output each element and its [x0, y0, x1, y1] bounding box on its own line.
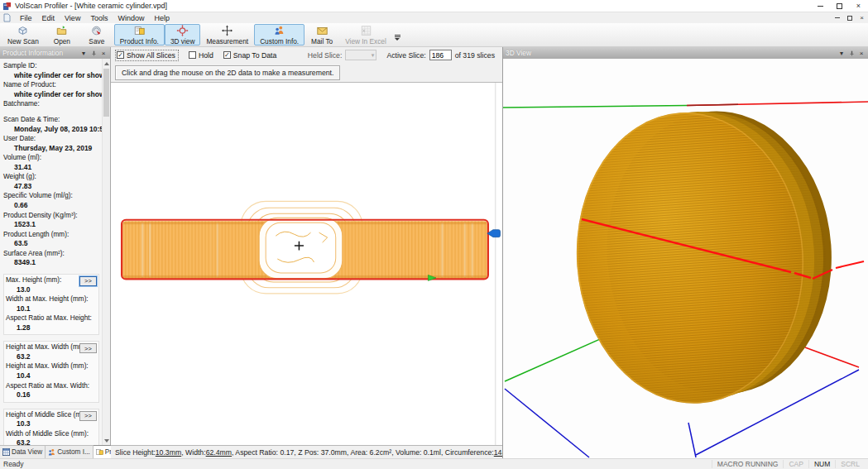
mdi-restore-icon[interactable] — [843, 13, 856, 23]
panel-pin-icon[interactable] — [89, 49, 98, 57]
expand-button[interactable]: >> — [79, 411, 97, 421]
panel-pin-icon[interactable] — [847, 49, 856, 57]
tab-label: Data View — [12, 448, 42, 456]
panel-scrollbar[interactable] — [102, 59, 110, 445]
document-icon — [3, 13, 11, 22]
view-2d-panel: ✓ Show All Slices Hold ✓ Snap To Data He… — [111, 47, 503, 458]
app-window: VolScan Profiler - [White ceramic cylind… — [0, 0, 868, 469]
3d-view-button[interactable]: 3D view — [165, 24, 201, 45]
measurement-button[interactable]: Measurement — [200, 24, 254, 45]
slice-width-value[interactable]: 62.4mm — [206, 448, 232, 457]
close-icon[interactable]: × — [849, 0, 868, 12]
active-slice-input[interactable] — [429, 50, 452, 60]
menu-help[interactable]: Help — [149, 14, 175, 22]
active-slice-contour — [259, 218, 343, 279]
restore-icon[interactable] — [830, 0, 849, 12]
window-title: VolScan Profiler - [White ceramic cylind… — [15, 2, 167, 10]
menu-window[interactable]: Window — [113, 14, 149, 22]
field-volume: Volume (ml): 31.41 — [3, 154, 99, 172]
status-bar: Ready MACRO RUNNING CAP NUM SCRL — [0, 458, 868, 469]
mdi-minimize-icon[interactable] — [831, 13, 843, 23]
active-slice-label: Active Slice: — [386, 51, 425, 60]
scan-3d-model[interactable] — [567, 103, 842, 411]
hold-checkbox[interactable]: Hold — [189, 51, 213, 60]
mail-icon — [316, 25, 328, 36]
minimize-icon[interactable] — [811, 0, 830, 12]
new-scan-icon — [17, 25, 29, 36]
menu-file[interactable]: File — [15, 14, 37, 22]
view-3d-canvas[interactable] — [503, 59, 868, 458]
custom-info-button[interactable]: Custom Info. — [254, 24, 305, 45]
open-folder-icon — [55, 25, 68, 36]
view-3d-title: 3D View — [506, 49, 531, 57]
snap-to-data-checkbox[interactable]: ✓ Snap To Data — [223, 51, 276, 60]
product-information-panel: Product Information ▾ × Sample ID: white… — [0, 47, 111, 458]
slice-slider-track[interactable] — [495, 83, 496, 445]
field-value: 8349.1 — [3, 258, 99, 267]
save-button[interactable]: Save — [79, 24, 114, 45]
menu-tools[interactable]: Tools — [85, 14, 113, 22]
menu-edit[interactable]: Edit — [37, 14, 60, 22]
close-glyph: × — [856, 2, 861, 10]
tab-data-view[interactable]: Data View — [0, 446, 46, 458]
toolbar-overflow-icon[interactable] — [392, 24, 403, 45]
save-icon — [90, 25, 103, 36]
panel-close-icon[interactable]: × — [857, 49, 866, 57]
excel-icon — [360, 25, 372, 36]
mdi-close-icon[interactable]: × — [856, 13, 868, 23]
status-ready: Ready — [3, 460, 24, 468]
field-value: Thursday, May 23, 2019 — [3, 144, 99, 153]
check-glyph: ✓ — [224, 52, 230, 59]
panel-close-icon[interactable]: × — [99, 49, 108, 57]
field-value: 1523.1 — [3, 220, 99, 229]
field-label: Name of Product: — [3, 81, 99, 90]
field-value: 31.41 — [3, 163, 99, 172]
field-label: Height at Max. Width (mm): — [6, 362, 97, 371]
field-width-middle-slice: Width of Middle Slice (mm): 63.2 — [6, 430, 97, 445]
hint-row: Click and drag the mouse on the 2D data … — [111, 63, 502, 82]
field-product-length: Product Length (mm): 63.5 — [3, 231, 99, 249]
expand-button[interactable]: >> — [79, 343, 97, 353]
field-label: Aspect Ratio at Max. Width: — [6, 382, 97, 391]
field-label: Aspect Ratio at Max. Height: — [6, 314, 97, 323]
indicator-cap: CAP — [783, 460, 808, 468]
field-label: Volume (ml): — [3, 154, 99, 163]
slice-circumference-value[interactable]: 144.2mm — [494, 448, 502, 457]
tab-custom-info[interactable]: Custom I... — [46, 446, 94, 458]
dropdown-glyph: ▾ — [840, 50, 843, 57]
expand-button[interactable]: >> — [79, 276, 97, 286]
field-name-of-product: Name of Product: white cylinder cer for … — [3, 81, 99, 99]
product-info-button[interactable]: Product Info. — [114, 24, 165, 45]
field-value: 10.3 — [6, 419, 97, 428]
field-label: Weight (g): — [3, 173, 99, 182]
slice-status-text: , Width: — [181, 448, 205, 457]
field-value: 1.28 — [6, 323, 97, 333]
show-all-slices-checkbox[interactable]: ✓ Show All Slices — [115, 50, 179, 61]
field-height-at-max-width-2: Height at Max. Width (mm): 10.4 — [6, 362, 97, 380]
open-button[interactable]: Open — [45, 24, 79, 45]
field-value: 63.2 — [6, 438, 97, 445]
menu-view[interactable]: View — [60, 14, 85, 22]
middle-slice-group: >> Height of Middle Slice (mm): 10.3 Wid… — [3, 409, 99, 445]
field-value: Monday, July 08, 2019 10:50:21 — [3, 125, 99, 134]
field-label: Width of Middle Slice (mm): — [6, 430, 97, 439]
field-value: white cylinder cer for show vspa — [3, 90, 99, 99]
view-2d-canvas[interactable] — [111, 82, 502, 446]
new-scan-button[interactable]: New Scan — [2, 24, 45, 45]
indicator-scrl: SCRL — [835, 460, 865, 468]
slice-slider-handle[interactable] — [487, 230, 501, 237]
panel-dropdown-icon[interactable]: ▾ — [837, 49, 846, 57]
scroll-down-icon[interactable] — [103, 437, 110, 445]
view-in-excel-label: View In Excel — [345, 37, 386, 45]
held-slice-label: Held Slice: — [308, 51, 343, 60]
field-surface-area: Surface Area (mm²): 8349.1 — [3, 250, 99, 268]
open-label: Open — [54, 37, 70, 45]
scrollbar-thumb[interactable] — [103, 69, 109, 117]
slice-height-value[interactable]: 10.3mm — [156, 448, 181, 457]
mail-to-button[interactable]: Mail To — [305, 24, 339, 45]
custom-info-label: Custom Info. — [260, 37, 299, 45]
field-value: 63.5 — [3, 239, 99, 248]
field-value: 10.1 — [6, 304, 97, 313]
panel-dropdown-icon[interactable]: ▾ — [79, 49, 88, 57]
scroll-up-icon[interactable] — [103, 59, 110, 67]
